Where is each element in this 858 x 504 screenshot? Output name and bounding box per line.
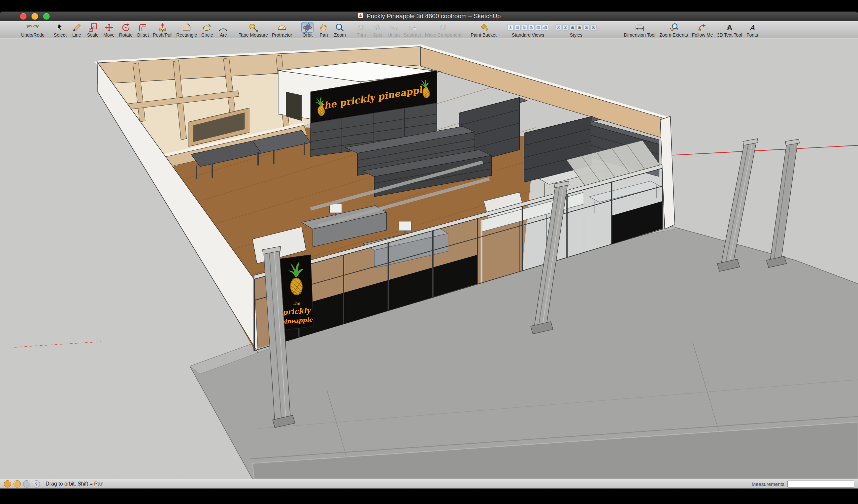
tool-rectangle[interactable]: Rectangle bbox=[176, 22, 197, 37]
tool-follow-me[interactable]: Follow Me bbox=[692, 22, 713, 37]
select-icon bbox=[54, 22, 66, 33]
viewport-canvas[interactable]: the prickly pineapple bbox=[0, 38, 858, 479]
styles-icons bbox=[554, 22, 598, 33]
sketchup-doc-icon bbox=[358, 12, 364, 20]
tool-protractor[interactable]: Protractor bbox=[272, 22, 292, 37]
tool-select[interactable]: Select bbox=[54, 22, 67, 37]
dimension-icon bbox=[634, 22, 646, 33]
move-icon bbox=[103, 22, 115, 33]
status-hint: Drag to orbit. Shift = Pan bbox=[46, 481, 104, 487]
arc-icon bbox=[217, 22, 229, 33]
title-bar[interactable]: Prickly Pineapple 3d 4800 coolroom – Ske… bbox=[0, 12, 858, 21]
paint-bucket-icon bbox=[477, 22, 490, 33]
follow-me-icon bbox=[696, 22, 709, 33]
geolocation-icon[interactable] bbox=[4, 480, 11, 488]
fonts-icon: A bbox=[746, 22, 758, 33]
standard-views-icons bbox=[506, 22, 550, 33]
sketchup-window: Prickly Pineapple 3d 4800 coolroom – Ske… bbox=[0, 12, 858, 488]
style-wireframe-icon bbox=[556, 25, 562, 30]
style-xray-icon bbox=[590, 25, 596, 30]
tool-push-pull[interactable]: Push/Pull bbox=[153, 22, 172, 37]
make-component-icon bbox=[437, 22, 449, 33]
status-bar: ? Drag to orbit. Shift = Pan Measurement… bbox=[0, 479, 858, 488]
tool-scale[interactable]: Scale bbox=[87, 22, 99, 37]
tool-subtract[interactable]: Subtract bbox=[403, 22, 421, 37]
subtract-icon bbox=[406, 22, 418, 33]
tool-circle[interactable]: Circle bbox=[201, 22, 213, 37]
undo-redo-icon bbox=[22, 22, 43, 33]
front-sign-line1: the bbox=[293, 300, 301, 306]
split-icon bbox=[371, 22, 383, 33]
tool-arc[interactable]: Arc bbox=[217, 22, 229, 37]
magnifier-icon bbox=[334, 22, 346, 33]
help-icon[interactable]: ? bbox=[33, 480, 40, 488]
push-pull-icon bbox=[156, 22, 169, 33]
model-scene[interactable]: the prickly pineapple bbox=[0, 38, 858, 479]
style-monochrome-icon bbox=[584, 25, 589, 30]
tool-zoom-extents[interactable]: Zoom Extents bbox=[660, 22, 688, 37]
style-hidden-line-icon bbox=[563, 25, 569, 30]
svg-text:A: A bbox=[727, 23, 732, 31]
tool-line[interactable]: Line bbox=[70, 22, 83, 37]
tool-move[interactable]: Move bbox=[103, 22, 115, 37]
main-toolbar: Undo/Redo Select Line Scale Move Rotate … bbox=[0, 21, 858, 38]
circle-icon bbox=[201, 22, 213, 33]
offset-icon bbox=[137, 22, 149, 33]
tool-fonts[interactable]: A Fonts bbox=[746, 22, 758, 37]
measurements-input[interactable] bbox=[788, 481, 854, 488]
view-iso-icon bbox=[508, 25, 513, 30]
view-right-icon bbox=[528, 25, 534, 30]
view-back-icon bbox=[535, 25, 541, 30]
zoom-button[interactable] bbox=[43, 13, 50, 20]
window-title-area: Prickly Pineapple 3d 4800 coolroom – Ske… bbox=[358, 12, 501, 20]
styles-group[interactable]: Styles bbox=[554, 22, 598, 37]
measurements-label: Measurements bbox=[752, 481, 784, 487]
view-left-icon bbox=[542, 25, 548, 30]
standard-views-group[interactable]: Standard Views bbox=[506, 22, 550, 37]
protractor-icon bbox=[276, 22, 288, 33]
orbit-icon bbox=[301, 22, 314, 33]
pencil-icon bbox=[70, 22, 83, 33]
traffic-lights bbox=[20, 12, 50, 21]
minimize-button[interactable] bbox=[31, 13, 38, 20]
close-button[interactable] bbox=[20, 13, 27, 20]
tool-union[interactable]: Union bbox=[387, 22, 400, 37]
tool-orbit[interactable]: Orbit bbox=[301, 22, 314, 37]
3d-text-icon: AA bbox=[724, 22, 735, 33]
tool-paint-bucket[interactable]: Paint Bucket bbox=[471, 22, 497, 37]
scale-icon bbox=[87, 22, 99, 33]
rectangle-icon bbox=[180, 22, 193, 33]
tape-measure-icon bbox=[247, 22, 259, 33]
view-front-icon bbox=[521, 25, 527, 30]
tool-pan[interactable]: Pan bbox=[317, 22, 330, 37]
tool-rotate[interactable]: Rotate bbox=[119, 22, 133, 37]
style-textured-icon bbox=[576, 25, 583, 30]
rotate-icon bbox=[120, 22, 132, 33]
style-shaded-icon bbox=[570, 25, 575, 30]
union-icon bbox=[387, 22, 400, 33]
tool-zoom[interactable]: Zoom bbox=[334, 22, 346, 37]
window-title: Prickly Pineapple 3d 4800 coolroom – Ske… bbox=[367, 13, 501, 20]
credits-icon[interactable] bbox=[23, 480, 30, 488]
tool-tape-measure[interactable]: Tape Measure bbox=[239, 22, 268, 37]
zoom-extents-icon bbox=[668, 22, 680, 33]
tool-dimension[interactable]: Dimension Tool bbox=[624, 22, 655, 37]
trim-icon bbox=[355, 22, 367, 33]
claim-model-icon[interactable] bbox=[14, 480, 21, 488]
svg-text:A: A bbox=[749, 23, 756, 32]
tool-undo-redo[interactable]: Undo/Redo bbox=[21, 22, 45, 37]
tool-offset[interactable]: Offset bbox=[137, 22, 149, 37]
pan-hand-icon bbox=[317, 22, 330, 33]
tool-3d-text[interactable]: AA 3D Text Tool bbox=[717, 22, 742, 37]
tool-split[interactable]: Split bbox=[371, 22, 383, 37]
tool-trim[interactable]: Trim bbox=[355, 22, 367, 37]
view-top-icon bbox=[514, 25, 520, 30]
tool-make-component[interactable]: Make Component bbox=[425, 22, 462, 37]
